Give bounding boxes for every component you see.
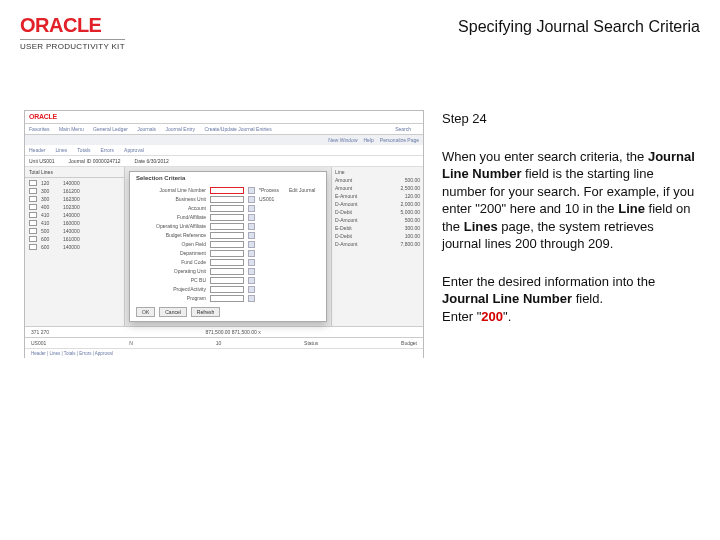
field-label: Fund Code [136,259,206,265]
side-value: 500.00 [405,217,420,223]
field-label: Operating Unit/Affiliate [136,223,206,229]
breadcrumb: Favorites Main Menu General Ledger Journ… [25,124,423,135]
field-input[interactable] [210,268,244,275]
field-label: Fund/Affiliate [136,214,206,220]
journal-line-number-input[interactable] [210,187,244,194]
cell: 400 [41,204,59,210]
row-checkbox[interactable] [29,228,37,234]
lookup-icon[interactable] [248,250,255,257]
tab-approval[interactable]: Approval [124,147,144,153]
selection-criteria-dialog: Selection Criteria Journal Line Number *… [129,171,327,321]
side-total-label: Total Lines [29,169,53,175]
side-label: D-Amount [335,217,358,223]
side-label: D-Amount [335,241,358,247]
cell: 410 [41,220,59,226]
lookup-icon[interactable] [248,259,255,266]
nav-item[interactable]: General Ledger [93,126,128,132]
instruction-paragraph-2: Enter the desired information into the J… [442,273,696,326]
row-checkbox[interactable] [29,188,37,194]
tab-lines[interactable]: Lines [55,147,67,153]
side-label: Amount [335,177,352,183]
side-value: 100.00 [405,233,420,239]
lookup-icon[interactable] [248,286,255,293]
lookup-icon[interactable] [248,223,255,230]
nav-item[interactable]: Favorites [29,126,50,132]
field-input[interactable] [210,232,244,239]
field-input[interactable] [210,250,244,257]
subnav-link[interactable]: Help [364,137,374,143]
ok-button[interactable]: OK [136,307,155,317]
side-value: 2,000.00 [401,201,420,207]
lookup-icon[interactable] [248,196,255,203]
jln-label: Journal Line Number [136,187,206,193]
page-title: Specifying Journal Search Criteria [458,18,700,36]
row-checkbox[interactable] [29,220,37,226]
lookup-icon[interactable] [248,277,255,284]
cell: 161000 [63,236,89,242]
side-value: 500.00 [405,177,420,183]
tab-header[interactable]: Header [29,147,45,153]
nav-item[interactable]: Journals [137,126,156,132]
lookup-icon[interactable] [248,295,255,302]
row-checkbox[interactable] [29,196,37,202]
nav-search[interactable]: Search [395,126,411,132]
nav-item[interactable]: Create/Update Journal Entries [204,126,271,132]
field-input[interactable] [210,241,244,248]
right-side-label: *Process [259,187,279,193]
lookup-icon[interactable] [248,205,255,212]
cell: 600 [41,236,59,242]
cell: 162300 [63,196,89,202]
field-input[interactable] [210,277,244,284]
side-label: D-Debit [335,233,352,239]
field-input[interactable] [210,205,244,212]
field-input[interactable] [210,259,244,266]
side-label: Amount [335,185,352,191]
status-center: 871,500.00 871,500.00 x [49,329,417,335]
lookup-icon[interactable] [248,232,255,239]
date-label: Date [135,158,146,164]
step-number: Step 24 [442,110,696,128]
field-input[interactable] [210,286,244,293]
field-label: Budget Reference [136,232,206,238]
subnav-link[interactable]: New Window [328,137,357,143]
subnav-link[interactable]: Personalize Page [380,137,419,143]
nav-item[interactable]: Main Menu [59,126,84,132]
field-input[interactable] [210,196,244,203]
status-unit: US001 [31,340,46,346]
cancel-button[interactable]: Cancel [159,307,187,317]
cell: 140000 [63,244,89,250]
journal-header-row: Unit US001 Journal ID 0000024712 Date 6/… [25,156,423,167]
row-checkbox[interactable] [29,204,37,210]
lookup-icon[interactable] [248,268,255,275]
tab-totals[interactable]: Totals [77,147,90,153]
row-checkbox[interactable] [29,180,37,186]
row-checkbox[interactable] [29,236,37,242]
cell: 160000 [63,220,89,226]
field-input[interactable] [210,223,244,230]
lookup-icon[interactable] [248,187,255,194]
field-label: Project/Activity [136,286,206,292]
app-screenshot: ORACLE Favorites Main Menu General Ledge… [24,110,424,358]
cell: 120 [41,180,59,186]
row-checkbox[interactable] [29,244,37,250]
brand-subline: USER PRODUCTIVITY KIT [20,39,125,51]
nav-item[interactable]: Journal Entry [166,126,195,132]
status-left: 371 270 [31,329,49,335]
right-side-value: Edit Journal [289,187,315,193]
journal-id-value: 0000024712 [93,158,121,164]
instruction-paragraph-1: When you enter search criteria, the Jour… [442,148,696,253]
lookup-icon[interactable] [248,214,255,221]
cell: 140000 [63,228,89,234]
totals-sidebar: Line Amount500.00 Amount2,500.00 E-Amoun… [331,167,423,325]
row-checkbox[interactable] [29,212,37,218]
lookup-icon[interactable] [248,241,255,248]
side-value: 2,500.00 [401,185,420,191]
field-input[interactable] [210,214,244,221]
field-input[interactable] [210,295,244,302]
tab-errors[interactable]: Errors [100,147,114,153]
cell: 161200 [63,188,89,194]
refresh-button[interactable]: Refresh [191,307,221,317]
cell: 300 [41,188,59,194]
unit-value: US001 [39,158,54,164]
cell: 500 [41,228,59,234]
